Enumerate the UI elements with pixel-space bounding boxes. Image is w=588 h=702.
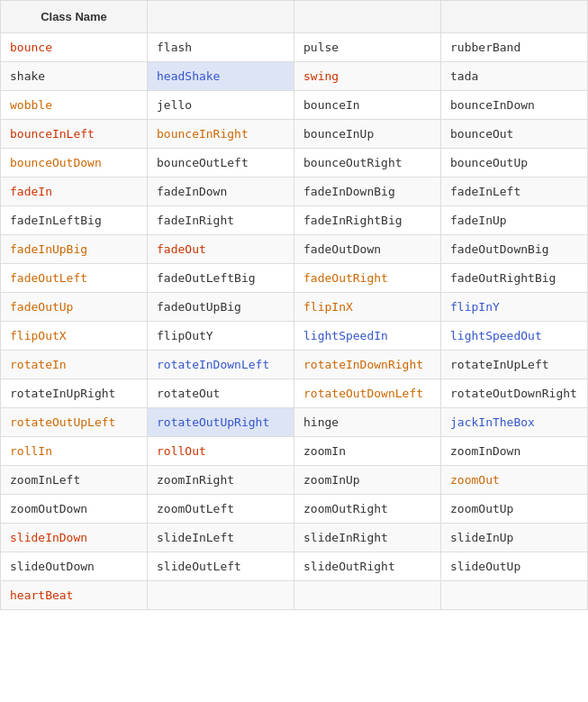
list-item: zoomInLeft bbox=[1, 466, 148, 495]
list-item: fadeInDownBig bbox=[294, 178, 441, 206]
list-item bbox=[294, 581, 441, 610]
list-item: fadeInDown bbox=[148, 178, 294, 206]
table-row: rotateInUpRightrotateOutrotateOutDownLef… bbox=[1, 379, 588, 408]
list-item: fadeInRight bbox=[148, 206, 294, 235]
list-item: fadeOutUpBig bbox=[148, 293, 294, 322]
table-row: bounceflashpulserubberBand bbox=[1, 33, 588, 62]
list-item: swing bbox=[294, 62, 441, 91]
list-item: bounceOutLeft bbox=[148, 149, 294, 178]
list-item: fadeOutLeftBig bbox=[148, 264, 294, 293]
list-item: rubberBand bbox=[441, 33, 588, 62]
table-row: fadeInUpBigfadeOutfadeOutDownfadeOutDown… bbox=[1, 235, 588, 264]
list-item: zoomIn bbox=[294, 437, 441, 466]
list-item bbox=[441, 581, 588, 610]
list-item: rotateOutUpLeft bbox=[1, 408, 148, 437]
list-item: rotateIn bbox=[1, 351, 148, 379]
list-item: lightSpeedIn bbox=[294, 322, 441, 351]
header-row: Class Name bbox=[1, 1, 588, 33]
list-item: rotateInDownRight bbox=[294, 351, 441, 379]
list-item: bounceOutDown bbox=[1, 149, 148, 178]
list-item: bounce bbox=[1, 33, 148, 62]
list-item: lightSpeedOut bbox=[441, 322, 588, 351]
list-item: fadeInLeftBig bbox=[1, 206, 148, 235]
table-row: zoomInLeftzoomInRightzoomInUpzoomOut bbox=[1, 466, 588, 495]
header-classname: Class Name bbox=[1, 1, 148, 33]
table-row: slideOutDownslideOutLeftslideOutRightsli… bbox=[1, 552, 588, 581]
list-item: rollIn bbox=[1, 437, 148, 466]
list-item: fadeOutDown bbox=[294, 235, 441, 264]
list-item: zoomInDown bbox=[441, 437, 588, 466]
list-item: rotateOutDownLeft bbox=[294, 379, 441, 408]
list-item: fadeOut bbox=[148, 235, 294, 264]
list-item bbox=[148, 581, 294, 610]
list-item: bounceOut bbox=[441, 120, 588, 149]
list-item: fadeInUp bbox=[441, 206, 588, 235]
header-col2 bbox=[148, 1, 294, 33]
list-item: slideInRight bbox=[294, 524, 441, 552]
list-item: bounceInDown bbox=[441, 91, 588, 120]
list-item: rotateOutDownRight bbox=[441, 379, 588, 408]
list-item: fadeInUpBig bbox=[1, 235, 148, 264]
list-item: slideInLeft bbox=[148, 524, 294, 552]
list-item: flipInY bbox=[441, 293, 588, 322]
table-row: slideInDownslideInLeftslideInRightslideI… bbox=[1, 524, 588, 552]
header-col4 bbox=[441, 1, 588, 33]
list-item: fadeOutRight bbox=[294, 264, 441, 293]
list-item: heartBeat bbox=[1, 581, 148, 610]
table-row: wobblejellobounceInbounceInDown bbox=[1, 91, 588, 120]
list-item: zoomInRight bbox=[148, 466, 294, 495]
list-item: jello bbox=[148, 91, 294, 120]
list-item: bounceInUp bbox=[294, 120, 441, 149]
list-item: pulse bbox=[294, 33, 441, 62]
table-row: fadeOutLeftfadeOutLeftBigfadeOutRightfad… bbox=[1, 264, 588, 293]
list-item: fadeOutRightBig bbox=[441, 264, 588, 293]
table-row: zoomOutDownzoomOutLeftzoomOutRightzoomOu… bbox=[1, 495, 588, 524]
list-item: flipOutX bbox=[1, 322, 148, 351]
list-item: zoomOutUp bbox=[441, 495, 588, 524]
list-item: bounceOutRight bbox=[294, 149, 441, 178]
table-row: bounceOutDownbounceOutLeftbounceOutRight… bbox=[1, 149, 588, 178]
list-item: rotateOutUpRight bbox=[148, 408, 294, 437]
list-item: jackInTheBox bbox=[441, 408, 588, 437]
table-row: flipOutXflipOutYlightSpeedInlightSpeedOu… bbox=[1, 322, 588, 351]
list-item: flipInX bbox=[294, 293, 441, 322]
table-row: fadeOutUpfadeOutUpBigflipInXflipInY bbox=[1, 293, 588, 322]
list-item: fadeOutLeft bbox=[1, 264, 148, 293]
list-item: zoomInUp bbox=[294, 466, 441, 495]
table-row: fadeInfadeInDownfadeInDownBigfadeInLeft bbox=[1, 178, 588, 206]
list-item: shake bbox=[1, 62, 148, 91]
list-item: slideInUp bbox=[441, 524, 588, 552]
list-item: rotateInUpRight bbox=[1, 379, 148, 408]
list-item: slideInDown bbox=[1, 524, 148, 552]
list-item: rotateOut bbox=[148, 379, 294, 408]
list-item: rotateInDownLeft bbox=[148, 351, 294, 379]
list-item: flipOutY bbox=[148, 322, 294, 351]
list-item: bounceInLeft bbox=[1, 120, 148, 149]
list-item: bounceOutUp bbox=[441, 149, 588, 178]
list-item: fadeOutUp bbox=[1, 293, 148, 322]
header-col3 bbox=[294, 1, 441, 33]
list-item: rotateInUpLeft bbox=[441, 351, 588, 379]
list-item: zoomOut bbox=[441, 466, 588, 495]
table-row: fadeInLeftBigfadeInRightfadeInRightBigfa… bbox=[1, 206, 588, 235]
table-row: rotateInrotateInDownLeftrotateInDownRigh… bbox=[1, 351, 588, 379]
list-item: tada bbox=[441, 62, 588, 91]
table-row: rollInrollOutzoomInzoomInDown bbox=[1, 437, 588, 466]
list-item: rollOut bbox=[148, 437, 294, 466]
animation-classes-table: Class Name bounceflashpulserubberBandsha… bbox=[0, 0, 588, 610]
list-item: fadeInRightBig bbox=[294, 206, 441, 235]
list-item: fadeInLeft bbox=[441, 178, 588, 206]
table-row: shakeheadShakeswingtada bbox=[1, 62, 588, 91]
list-item: zoomOutRight bbox=[294, 495, 441, 524]
list-item: slideOutRight bbox=[294, 552, 441, 581]
list-item: headShake bbox=[148, 62, 294, 91]
list-item: slideOutUp bbox=[441, 552, 588, 581]
list-item: fadeOutDownBig bbox=[441, 235, 588, 264]
table-row: heartBeat bbox=[1, 581, 588, 610]
table-row: bounceInLeftbounceInRightbounceInUpbounc… bbox=[1, 120, 588, 149]
list-item: slideOutDown bbox=[1, 552, 148, 581]
list-item: zoomOutLeft bbox=[148, 495, 294, 524]
list-item: flash bbox=[148, 33, 294, 62]
list-item: hinge bbox=[294, 408, 441, 437]
list-item: zoomOutDown bbox=[1, 495, 148, 524]
